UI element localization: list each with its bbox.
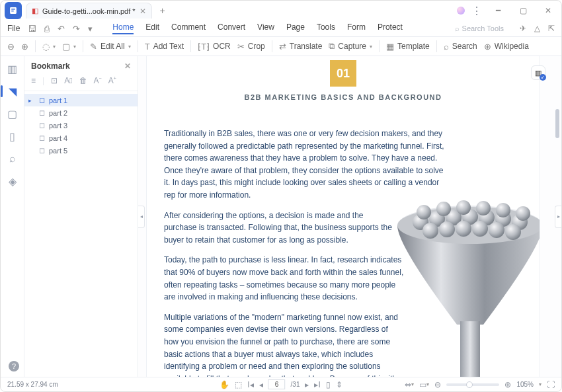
help-button[interactable]: ?	[9, 361, 19, 372]
chapter-title: B2B MARKETING BASICS AND BACKGROUND	[164, 93, 522, 101]
list-icon[interactable]: ≡	[31, 76, 36, 85]
cloud-icon[interactable]: △	[534, 24, 540, 33]
fit-width-icon[interactable]: ⇔▾	[405, 380, 414, 389]
close-window-button[interactable]: ✕	[539, 3, 557, 18]
prev-page-icon[interactable]: ◂	[259, 380, 263, 389]
save-icon[interactable]: 🖫	[28, 24, 36, 34]
edit-all-button[interactable]: ✎Edit All▾	[90, 42, 131, 52]
capture-button[interactable]: ⧉Capture▾	[329, 41, 372, 52]
undo-icon[interactable]: ↶	[58, 24, 65, 34]
search-button[interactable]: ⌕Search	[444, 42, 477, 52]
dropdown-icon[interactable]: ▾	[88, 24, 93, 34]
add-text-button[interactable]: TAdd Text	[145, 42, 184, 52]
new-tab-button[interactable]: +	[157, 5, 168, 16]
profile-icon[interactable]	[457, 7, 465, 15]
zoom-out-button[interactable]: ⊖	[7, 42, 15, 52]
font-larger-icon[interactable]: A+	[108, 76, 116, 85]
svg-point-15	[456, 221, 471, 237]
delete-icon[interactable]: 🗑	[79, 76, 87, 85]
attachment-icon[interactable]: ▯	[7, 130, 19, 142]
tab-comment[interactable]: Comment	[171, 22, 206, 34]
bookmark-icon[interactable]: ◥	[7, 85, 19, 97]
pdf-icon: ◧	[32, 7, 38, 15]
tab-title: Guide-to-getti...ook-min.pdf *	[42, 7, 136, 15]
wikipedia-button[interactable]: ⊕Wikipedia	[484, 42, 529, 52]
panel-badge[interactable]: ▥↙	[531, 65, 545, 80]
scrollbar-thumb[interactable]	[555, 109, 559, 138]
share-icon[interactable]: ⇱	[548, 24, 555, 33]
svg-rect-1	[11, 9, 15, 9]
document-viewport[interactable]: ◂ 01 B2B MARKETING BASICS AND BACKGROUND…	[138, 56, 561, 377]
first-page-icon[interactable]: I◂	[247, 380, 253, 389]
hand-tool-icon[interactable]: ✋	[220, 380, 229, 389]
tab-tools[interactable]: Tools	[317, 22, 335, 34]
template-button[interactable]: ▦Template	[386, 42, 430, 52]
page-total: /31	[291, 381, 300, 388]
send-icon[interactable]: ✈	[520, 24, 526, 33]
bookmark-item[interactable]: ◻part 2	[24, 106, 138, 119]
close-panel-icon[interactable]: ✕	[124, 61, 131, 71]
paragraph: After considering the options, a decisio…	[164, 210, 392, 247]
bookmark-item[interactable]: ◻part 5	[24, 144, 138, 157]
add-bookmark-icon[interactable]: ⊡	[51, 76, 58, 85]
maximize-button[interactable]: ▢	[514, 3, 532, 18]
file-menu[interactable]: File	[7, 24, 20, 33]
bookmark-item[interactable]: ◻part 3	[24, 119, 138, 132]
rename-icon[interactable]: A⃞	[64, 76, 72, 85]
tab-home[interactable]: Home	[112, 22, 134, 34]
collapse-right-handle[interactable]: ▸	[555, 206, 561, 228]
comment-panel-icon[interactable]: ▢	[7, 108, 19, 120]
search-tools[interactable]: ⌕ Search Tools	[455, 24, 504, 32]
font-smaller-icon[interactable]: A−	[94, 76, 102, 85]
layers-icon[interactable]: ◈	[7, 175, 19, 187]
search-panel-icon[interactable]: ⌕	[7, 153, 19, 165]
zoom-slider[interactable]	[446, 383, 499, 386]
fit-page-icon[interactable]: ▭▾	[419, 380, 429, 389]
highlight-tool[interactable]: ◌▾	[42, 42, 56, 52]
bookmark-item[interactable]: ◻part 4	[24, 132, 138, 144]
svg-point-18	[505, 224, 521, 240]
minimize-button[interactable]: ━	[489, 3, 507, 18]
select-tool-icon[interactable]: ⬚	[235, 380, 242, 389]
zoom-in-button[interactable]: ⊕	[21, 42, 28, 52]
translate-button[interactable]: ⇄Translate	[279, 42, 323, 52]
bookmark-item[interactable]: ▸◻part 1	[24, 94, 138, 106]
single-page-icon[interactable]: ▯	[326, 380, 331, 389]
svg-point-20	[436, 202, 451, 216]
collapse-left-handle[interactable]: ◂	[138, 206, 145, 228]
close-tab-icon[interactable]: ✕	[140, 7, 146, 16]
print-icon[interactable]: ⎙	[44, 24, 50, 34]
shape-tool[interactable]: ▢▾	[62, 42, 76, 52]
bookmark-title: Bookmark	[31, 61, 70, 71]
tab-protect[interactable]: Protect	[378, 22, 403, 34]
svg-point-19	[417, 205, 431, 219]
tab-convert[interactable]: Convert	[218, 22, 245, 34]
crop-button[interactable]: ✂Crop	[237, 42, 265, 52]
more-icon[interactable]: ⋮	[471, 5, 482, 17]
tab-edit[interactable]: Edit	[145, 22, 159, 34]
zoom-out-status-icon[interactable]: ⊖	[434, 380, 441, 389]
page-input[interactable]	[268, 379, 286, 389]
next-page-icon[interactable]: ▸	[305, 380, 309, 389]
left-sidebar: ▥ ◥ ▢ ▯ ⌕ ◈	[1, 56, 24, 377]
bookmark-panel: Bookmark ✕ ≡ | ⊡ A⃞ 🗑 A− A+ ▸◻part 1 ◻pa…	[24, 56, 138, 377]
tab-page[interactable]: Page	[286, 22, 305, 34]
zoom-in-status-icon[interactable]: ⊕	[504, 380, 511, 389]
tab-form[interactable]: Form	[347, 22, 366, 34]
last-page-icon[interactable]: ▸I	[314, 380, 320, 389]
tab-view[interactable]: View	[257, 22, 274, 34]
pdf-page: 01 B2B MARKETING BASICS AND BACKGROUND T…	[146, 56, 540, 377]
fullscreen-icon[interactable]: ⛶	[547, 380, 555, 389]
ribbon-toolbar: ⊖ ⊕ ◌▾ ▢▾ ✎Edit All▾ TAdd Text ⁅T⁆OCR ✂C…	[1, 36, 561, 56]
bookmark-tools: ≡ | ⊡ A⃞ 🗑 A− A+	[24, 75, 138, 91]
ocr-button[interactable]: ⁅T⁆OCR	[198, 42, 231, 52]
thumbnail-icon[interactable]: ▥	[7, 63, 19, 75]
continuous-icon[interactable]: ⇕	[336, 380, 342, 389]
main-tabs: Home Edit Comment Convert View Page Tool…	[112, 22, 403, 34]
redo-icon[interactable]: ↷	[73, 24, 80, 34]
svg-point-17	[489, 222, 504, 238]
status-bar: 21.59 x 27.94 cm ✋ ⬚ I◂ ◂ /31 ▸ ▸I ▯ ⇕ ⇔…	[1, 377, 561, 391]
svg-rect-2	[11, 11, 14, 11]
document-tab[interactable]: ◧ Guide-to-getti...ook-min.pdf * ✕	[26, 3, 152, 19]
app-icon	[5, 2, 22, 19]
